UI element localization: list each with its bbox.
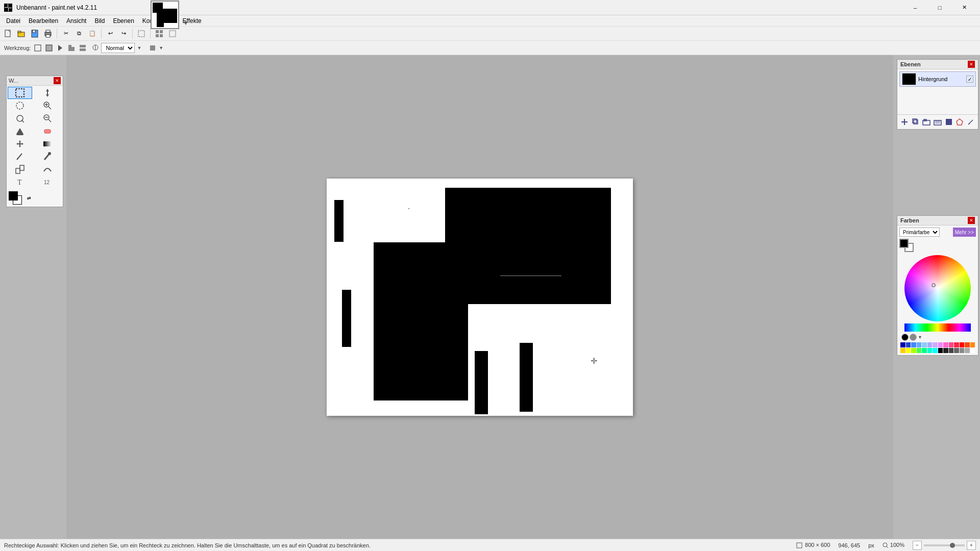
palette-cell[interactable] [927, 342, 933, 347]
color-swatch-preview[interactable] [899, 239, 916, 253]
new-button[interactable] [2, 28, 14, 40]
colors-close-button[interactable]: ✕ [968, 217, 975, 224]
edit-layer-button[interactable] [966, 116, 976, 128]
tool-mode-1[interactable] [33, 43, 43, 53]
tool-clone[interactable] [8, 163, 32, 176]
mehr-button[interactable]: Mehr >> [953, 228, 976, 237]
canvas-area[interactable]: ✛ [66, 55, 893, 539]
primary-color-swatch[interactable] [9, 191, 18, 201]
copy-button[interactable]: ⧉ [73, 28, 85, 40]
layer-visible-checkbox[interactable]: ✓ [966, 76, 973, 83]
undo-button[interactable]: ↩ [104, 28, 116, 40]
palette-cell[interactable] [954, 348, 959, 353]
palette-cell[interactable] [900, 342, 905, 347]
zoom-slider-thumb[interactable] [950, 543, 955, 548]
layer-item-background[interactable]: Hintergrund ✓ [899, 71, 976, 87]
blend-mode-select[interactable]: Normal [101, 43, 135, 53]
tool-mode-4[interactable] [66, 43, 77, 53]
menu-ansicht[interactable]: Ansicht [62, 15, 90, 27]
tool-brush[interactable] [35, 151, 60, 163]
add-layer-button[interactable] [899, 116, 910, 128]
layer-properties-button[interactable] [944, 116, 954, 128]
maximize-button[interactable]: □ [928, 0, 951, 15]
cut-button[interactable]: ✂ [60, 28, 72, 40]
palette-cell[interactable] [917, 342, 922, 347]
tool-mode-2[interactable] [44, 43, 54, 53]
zoom-out-button[interactable]: − [913, 541, 922, 550]
tool-extra-dropdown[interactable]: ▼ [159, 45, 163, 51]
view-button-1[interactable] [153, 28, 165, 40]
palette-cell[interactable] [906, 348, 911, 353]
minimize-button[interactable]: – [903, 0, 927, 15]
tool-lasso[interactable] [8, 99, 32, 112]
tool-zoom-out[interactable] [35, 112, 60, 124]
palette-cell[interactable] [922, 348, 927, 353]
tool-move[interactable] [35, 87, 60, 99]
tool-gradient[interactable] [35, 138, 60, 150]
swap-colors[interactable]: ⇄ [27, 195, 31, 201]
menu-ebenen[interactable]: Ebenen [109, 15, 138, 27]
toolbox-header[interactable]: W... ✕ [7, 76, 63, 86]
merge-layer-button[interactable] [933, 116, 943, 128]
group-layer-button[interactable] [921, 116, 932, 128]
redo-button[interactable]: ↪ [117, 28, 130, 40]
palette-cell[interactable] [922, 342, 927, 347]
tool-mode-5[interactable] [78, 43, 88, 53]
palette-cell[interactable] [965, 348, 970, 353]
tool-zoom-in[interactable] [35, 99, 60, 112]
color-spectrum-bar[interactable] [904, 323, 971, 332]
palette-cell[interactable] [954, 342, 959, 347]
save-button[interactable] [29, 28, 41, 40]
palette-cell[interactable] [970, 348, 975, 353]
menu-bild[interactable]: Bild [90, 15, 109, 27]
tool-eraser[interactable] [35, 125, 60, 137]
black-dot[interactable] [901, 334, 909, 341]
palette-cell[interactable] [938, 348, 943, 353]
tool-magic-wand[interactable] [8, 112, 32, 124]
palette-cell[interactable] [943, 348, 948, 353]
palette-cell[interactable] [911, 342, 916, 347]
duplicate-layer-button[interactable] [911, 116, 921, 128]
palette-cell[interactable] [960, 342, 965, 347]
color-swatch-area[interactable] [9, 191, 24, 205]
palette-cell[interactable] [927, 348, 933, 353]
palette-cell[interactable] [970, 342, 975, 347]
palette-cell[interactable] [960, 348, 965, 353]
thumbnail-chevron[interactable]: ▼ [183, 19, 189, 27]
menu-bearbeiten[interactable]: Bearbeiten [24, 15, 62, 27]
colors-panel-header[interactable]: Farben ✕ [897, 216, 978, 226]
palette-cell[interactable] [917, 348, 922, 353]
paste-button[interactable]: 📋 [86, 28, 99, 40]
open-button[interactable] [15, 28, 28, 40]
gray-dot[interactable] [910, 334, 917, 341]
close-button[interactable]: ✕ [952, 0, 976, 15]
tool-curve[interactable] [35, 163, 60, 176]
color-wheel[interactable] [904, 255, 971, 321]
zoom-slider[interactable] [924, 544, 965, 546]
tool-pan[interactable] [8, 138, 32, 150]
palette-cell[interactable] [949, 348, 954, 353]
tool-pencil[interactable] [8, 151, 32, 163]
menu-datei[interactable]: Datei [2, 15, 24, 27]
layers-close-button[interactable]: ✕ [968, 61, 975, 68]
palette-cell[interactable] [965, 342, 970, 347]
delete-layer-button[interactable] [955, 116, 965, 128]
fg-color-swatch[interactable] [899, 239, 909, 248]
palette-cell[interactable] [911, 348, 916, 353]
palette-cell[interactable] [906, 342, 911, 347]
view-button-2[interactable] [166, 28, 179, 40]
toolbox-close-button[interactable]: ✕ [54, 77, 61, 84]
tool-paintbucket[interactable] [8, 125, 32, 137]
palette-cell[interactable] [943, 342, 948, 347]
tool-rectangle-select[interactable] [8, 87, 32, 99]
color-mode-select[interactable]: Primärfarbe [899, 228, 940, 237]
palette-cell[interactable] [933, 342, 938, 347]
deselect-button[interactable] [135, 28, 148, 40]
zoom-in-button[interactable]: + [967, 541, 976, 550]
color-extra-arrow[interactable]: ▼ [918, 335, 922, 340]
blend-mode-dropdown[interactable]: ▼ [137, 45, 141, 51]
tool-text[interactable]: T [8, 176, 32, 188]
palette-cell[interactable] [933, 348, 938, 353]
palette-cell[interactable] [900, 348, 905, 353]
tool-extra-1[interactable] [148, 43, 158, 53]
